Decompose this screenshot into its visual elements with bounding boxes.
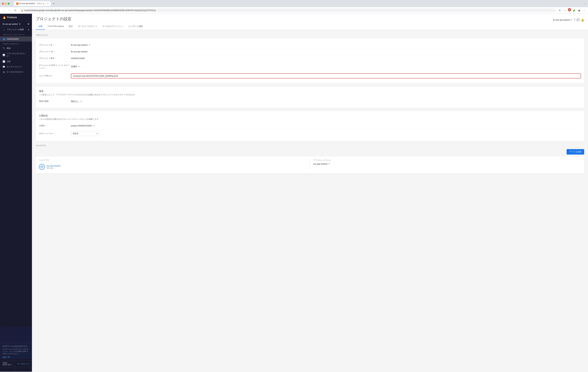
bookmark-icon[interactable]: ☆ xyxy=(563,8,567,13)
browser-tab[interactable]: 🔥 fb-rest-api-weidu5 - プロジェ… ✕ xyxy=(14,1,51,6)
web-api-key-label: ウェブ API キー xyxy=(39,75,71,77)
nickname-edit-icon[interactable]: ✏ xyxy=(328,163,330,165)
tab-favicon: 🔥 xyxy=(16,2,19,5)
project-card: プロジェクト名 fb-rest-api-weidu5 ✏ プロジェクト ID ?… xyxy=(36,39,584,83)
new-tab-button[interactable]: + xyxy=(52,2,56,6)
overview-gear-icon[interactable]: ⚙ xyxy=(28,29,29,31)
support-email-dropdown[interactable]: 未設定 ▼ xyxy=(71,131,100,136)
sidebar-item-authentication[interactable]: 👥 Authentication xyxy=(0,36,32,41)
help-icon-header[interactable]: ? xyxy=(574,18,575,21)
tab-title: fb-rest-api-weidu5 - プロジェ… xyxy=(20,2,46,5)
ok-link[interactable]: OK xyxy=(7,356,10,358)
project-number-label: プロジェクト番号 ? xyxy=(39,57,71,60)
tab-general[interactable]: 全般 xyxy=(36,23,45,30)
engagement-label: エンゲージメント xyxy=(7,65,22,68)
tab-integration[interactable]: 統合 xyxy=(66,23,75,30)
public-name-label: 公開名 ? xyxy=(39,124,71,127)
chevron-right-engagement-icon: › xyxy=(29,66,29,68)
web-app-sub: Web App xyxy=(46,167,61,169)
sidebar-item-all-products[interactable]: ⊞ すべてのプロダクト xyxy=(0,70,32,75)
minimize-button[interactable] xyxy=(5,3,7,5)
project-section-title: プロジェクト xyxy=(36,34,584,37)
web-app-name[interactable]: my-app-weidu5 xyxy=(46,165,61,167)
details-link[interactable]: 詳細 xyxy=(2,356,6,358)
web-app-column: ウェブアプリ </> my-app-weidu5 Web App xyxy=(39,159,307,171)
sidebar-collapse-button[interactable]: ‹ xyxy=(0,367,32,372)
environment-type-edit-icon[interactable]: ✏ xyxy=(81,100,82,102)
add-app-button[interactable]: アプリを追加 xyxy=(567,149,584,155)
back-button[interactable]: ← xyxy=(2,8,6,13)
chevron-right-icon: › xyxy=(29,47,29,49)
content-area: プロジェクト プロジェクト名 fb-rest-api-weidu5 ✏ プロジェ… xyxy=(32,30,588,178)
tab-data-privacy[interactable]: データのプライバシー xyxy=(100,23,126,30)
overview-label: プロジェクトの概要 xyxy=(7,28,24,31)
public-name-help-icon[interactable]: ? xyxy=(45,125,46,127)
web-api-key-value: AIzaSyCLDaLd0GClKIF0hK1sBW_j0IbBfDpJyS0 xyxy=(71,73,581,78)
releases-icon: 📊 xyxy=(2,54,5,56)
environment-type-row: 環境の種類 指定なし ✏ xyxy=(39,98,581,105)
environment-desc: この設定によって、アプリのライフサイクルのさまざまな段階に合わせてプロジェクトが… xyxy=(39,93,581,96)
environment-title: 環境 xyxy=(39,90,581,93)
url-text: console.firebase.google.com/u/0/project/… xyxy=(24,9,156,11)
sidebar-toggle-icon[interactable]: ▣ xyxy=(577,8,581,13)
project-name-label: プロジェクト名 xyxy=(39,44,71,46)
sidebar: 🔥 Firebase fb-rest-api-weidu5 ▼ ⚙ ⌂ プロジェ… xyxy=(0,14,32,372)
forward-button[interactable]: → xyxy=(7,8,12,13)
lock-icon: 🔒 xyxy=(21,10,23,11)
menu-icon[interactable]: ⋮ xyxy=(582,8,586,13)
chevron-left-icon: ‹ xyxy=(16,368,16,371)
share-icon[interactable]: ⬆ xyxy=(558,8,562,13)
sidebar-header: 🔥 Firebase xyxy=(0,14,32,21)
maximize-button[interactable] xyxy=(8,3,10,5)
plan-info: Spark 無料枠 $0/月 xyxy=(2,362,12,366)
toolbar-actions: ⬆ ☆ A 🧩 ▣ ⋮ xyxy=(558,8,586,13)
gcp-location-edit-icon[interactable]: ✏ xyxy=(78,65,80,68)
sidebar-group-releases[interactable]: 📊 リリースとモニタリング › xyxy=(0,51,32,59)
support-email-value: 未設定 ▼ xyxy=(71,131,581,136)
tab-cloud-messaging[interactable]: Cloud Messaging xyxy=(45,23,66,30)
message-icon-header[interactable]: 💬 xyxy=(577,18,580,21)
support-email-help-icon[interactable]: ? xyxy=(53,132,54,134)
sidebar-group-build[interactable]: 🔨 構築 › xyxy=(0,46,32,51)
web-app-col-label: ウェブアプリ xyxy=(39,159,307,161)
nav-customize-links: 詳細 OK xyxy=(2,356,29,358)
plan-section: Spark 無料枠 $0/月 アップグレード xyxy=(0,360,32,367)
analysis-icon: 📈 xyxy=(2,60,5,63)
reload-button[interactable]: ↻ xyxy=(13,8,18,13)
sidebar-item-overview[interactable]: ⌂ プロジェクトの概要 ⚙ xyxy=(0,27,32,32)
project-number-help-icon[interactable]: ? xyxy=(55,58,56,59)
gcp-location-help-icon[interactable]: ? xyxy=(45,67,46,69)
tab-service-account[interactable]: サービス アカウント xyxy=(75,23,100,30)
profile-icon[interactable]: A xyxy=(568,8,571,11)
close-button[interactable] xyxy=(2,3,4,5)
project-selector-header[interactable]: fb-rest-api-weidu5 ▼ xyxy=(553,19,572,21)
project-number-row: プロジェクト番号 ? 449355376955 xyxy=(39,55,581,62)
project-name-edit-icon[interactable]: ✏ xyxy=(89,44,91,46)
tab-users-permissions[interactable]: ユーザーと権限 xyxy=(126,23,145,30)
nickname-row: my-app-weidu5 ✏ xyxy=(313,163,581,165)
plan-sub: 無料枠 $0/月 xyxy=(2,364,12,366)
web-app-info: my-app-weidu5 Web App xyxy=(46,165,61,169)
sidebar-group-analysis[interactable]: 📈 分析 › xyxy=(0,59,32,64)
sidebar-bottom: ナビゲーションのカスタマイズ ナビゲーションをカスタマイズすることで、コンソール… xyxy=(0,343,32,372)
main-content: プロジェクトの設定 fb-rest-api-weidu5 ▼ ? 💬 🔔 全般 xyxy=(32,14,588,372)
firebase-flame-icon: 🔥 xyxy=(2,16,6,19)
chevron-right-releases-icon: › xyxy=(29,54,29,56)
dropdown-arrow-icon: ▼ xyxy=(96,133,98,134)
environment-card: 環境 この設定によって、アプリのライフサイクルのさまざまな段階に合わせてプロジェ… xyxy=(36,87,584,108)
tab-close-button[interactable]: ✕ xyxy=(47,2,49,5)
window-controls: ⋯ xyxy=(584,2,586,5)
address-bar[interactable]: 🔒 console.firebase.google.com/u/0/projec… xyxy=(19,9,556,12)
project-dropdown-arrow-header: ▼ xyxy=(570,19,572,21)
public-name-edit-icon[interactable]: ✏ xyxy=(93,125,95,127)
gear-icon[interactable]: ⚙ xyxy=(28,23,29,25)
public-settings-desc: これらの設定は公開されるプロジェクトのインスタンスを制限します xyxy=(39,118,581,121)
app-card-header: ウェブアプリ </> my-app-weidu5 Web App アプリのニック… xyxy=(36,156,584,174)
sidebar-group-engagement[interactable]: 💬 エンゲージメント › xyxy=(0,64,32,70)
project-id-help-icon[interactable]: ? xyxy=(53,51,54,53)
notification-icon-header[interactable]: 🔔 xyxy=(581,18,584,21)
upgrade-link[interactable]: アップグレード xyxy=(17,363,29,365)
traffic-lights xyxy=(2,3,10,5)
extensions-icon[interactable]: 🧩 xyxy=(572,8,576,13)
project-selector[interactable]: fb-rest-api-weidu5 ▼ ⚙ xyxy=(0,21,32,27)
